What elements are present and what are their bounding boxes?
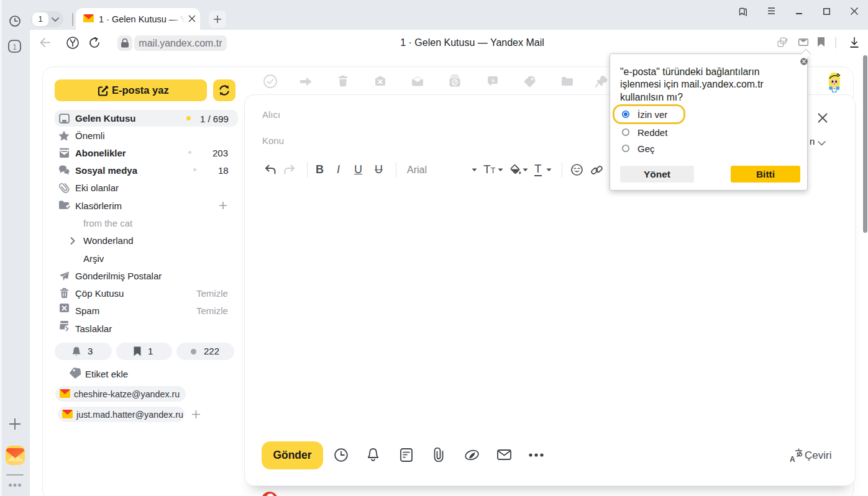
svg-text:1: 1 (12, 43, 17, 52)
